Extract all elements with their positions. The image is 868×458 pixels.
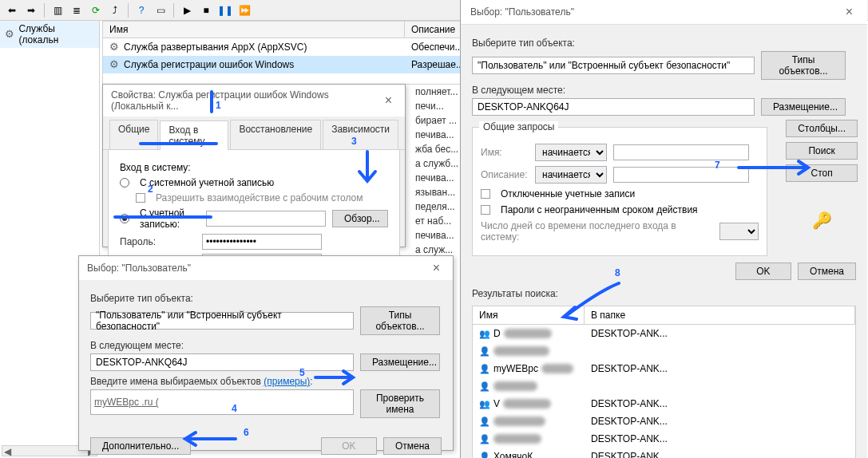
location-box: DESKTOP-ANKQ64J bbox=[90, 353, 354, 371]
object-type-box: "Пользователь" или "Встроенный субъект б… bbox=[90, 312, 354, 330]
nonexpiring-pw-label: Пароли с неограниченным сроком действия bbox=[501, 204, 698, 215]
checkbox-disabled-accounts[interactable] bbox=[481, 189, 490, 199]
close-icon[interactable]: × bbox=[428, 261, 445, 275]
dialog-title: Выбор: "Пользователь" bbox=[470, 6, 574, 18]
find-now-button[interactable]: Поиск bbox=[786, 142, 858, 160]
result-row[interactable]: DDESKTOP-ANK... bbox=[473, 325, 855, 342]
help-icon[interactable]: ? bbox=[133, 2, 150, 19]
checkbox-nonexpiring-pw[interactable] bbox=[481, 205, 490, 215]
service-row[interactable]: Служба регистрации ошибок Windows Разреш… bbox=[103, 56, 461, 73]
object-type-label: Выберите тип объекта: bbox=[472, 38, 856, 49]
list-icon[interactable]: ≣ bbox=[68, 2, 85, 19]
services-list: Имя Описание Служба развертывания AppX (… bbox=[102, 21, 462, 85]
desc-fragments: полняет...печи... бирает ...печива... жб… bbox=[415, 85, 463, 257]
group-icon bbox=[479, 328, 490, 339]
col-desc[interactable]: Описание bbox=[405, 22, 461, 38]
radio-system-account[interactable] bbox=[120, 178, 129, 188]
panel-icon[interactable]: ▥ bbox=[49, 2, 66, 19]
disabled-accounts-label: Отключенные учетные записи bbox=[501, 188, 635, 199]
gear-icon bbox=[109, 41, 121, 53]
select-user-advanced-dialog: Выбор: "Пользователь" × Выберите тип объ… bbox=[460, 0, 867, 458]
cancel-button[interactable]: Отмена bbox=[798, 263, 856, 280]
dialog-title-bar: Выбор: "Пользователь" × bbox=[79, 256, 453, 280]
advanced-button[interactable]: Дополнительно... bbox=[90, 437, 191, 455]
object-types-button[interactable]: Типы объектов... bbox=[761, 51, 846, 80]
service-properties-dialog: Свойства: Служба регистрации ошибок Wind… bbox=[102, 84, 406, 247]
tab-dependencies[interactable]: Зависимости bbox=[323, 120, 398, 149]
close-icon[interactable]: × bbox=[841, 5, 858, 19]
columns-button[interactable]: Столбцы... bbox=[786, 120, 858, 137]
object-types-button[interactable]: Типы объектов... bbox=[360, 306, 440, 335]
dialog-title: Выбор: "Пользователь" bbox=[87, 263, 191, 274]
service-name: Служба регистрации ошибок Windows bbox=[124, 59, 294, 70]
props-icon[interactable]: ▭ bbox=[152, 2, 169, 19]
object-type-label: Выберите тип объекта: bbox=[90, 293, 442, 304]
stop-button[interactable]: Стоп bbox=[786, 164, 858, 182]
check-names-button[interactable]: Проверить имена bbox=[360, 389, 440, 418]
dialog-title: Свойства: Служба регистрации ошибок Wind… bbox=[111, 89, 380, 112]
tab-general[interactable]: Общие bbox=[109, 120, 158, 149]
object-type-box: "Пользователь" или "Встроенный субъект б… bbox=[472, 57, 755, 74]
checkbox-allow-interact[interactable] bbox=[136, 193, 145, 203]
password-input[interactable] bbox=[202, 234, 322, 250]
result-row[interactable] bbox=[473, 377, 855, 395]
result-row[interactable]: DESKTOP-ANK... bbox=[473, 413, 855, 430]
result-row[interactable]: VDESKTOP-ANK... bbox=[473, 395, 855, 413]
desc-match-select[interactable]: начинается с bbox=[535, 166, 607, 184]
ok-button[interactable]: OK bbox=[735, 263, 791, 280]
examples-link[interactable]: (примеры) bbox=[264, 376, 310, 387]
system-account-label: С системной учетной записью bbox=[140, 177, 274, 188]
common-queries-label: Общие запросы bbox=[479, 121, 558, 132]
result-row[interactable]: myWEBpcDESKTOP-ANK... bbox=[473, 360, 855, 377]
stop-icon[interactable]: ■ bbox=[197, 2, 215, 19]
object-names-input[interactable] bbox=[90, 389, 354, 415]
refresh-icon[interactable]: ⟳ bbox=[87, 2, 105, 19]
gear-icon bbox=[5, 29, 15, 40]
logon-label: Вход в систему: bbox=[120, 162, 191, 173]
radio-this-account[interactable] bbox=[120, 214, 129, 223]
password-label: Пароль: bbox=[120, 236, 196, 247]
tab-recovery[interactable]: Восстановление bbox=[230, 120, 321, 149]
desc-filter-input[interactable] bbox=[613, 167, 749, 183]
locations-button[interactable]: Размещение... bbox=[761, 98, 846, 116]
service-row[interactable]: Служба развертывания AppX (AppXSVC) Обес… bbox=[103, 38, 461, 56]
user-icon bbox=[479, 416, 490, 427]
search-results: Имя В папке DDESKTOP-ANK... myWEBpcDESKT… bbox=[472, 306, 856, 458]
back-icon[interactable]: ⬅ bbox=[3, 2, 21, 19]
allow-interact-label: Разрешить взаимодействие с рабочим столо… bbox=[156, 192, 363, 203]
dialog-title-bar: Выбор: "Пользователь" × bbox=[461, 0, 867, 25]
pause-icon[interactable]: ❚❚ bbox=[216, 2, 234, 19]
result-row[interactable] bbox=[473, 342, 855, 360]
tab-logon[interactable]: Вход в систему bbox=[160, 120, 228, 150]
user-icon bbox=[479, 345, 490, 357]
col-name[interactable]: Имя bbox=[103, 22, 405, 38]
tree-root[interactable]: Службы (локальн bbox=[0, 21, 99, 48]
browse-button[interactable]: Обзор... bbox=[332, 210, 388, 227]
export-icon[interactable]: ⤴ bbox=[106, 2, 124, 19]
tab-strip: Общие Вход в систему Восстановление Зави… bbox=[103, 116, 405, 150]
start-icon[interactable]: ▶ bbox=[178, 2, 196, 19]
name-filter-input[interactable] bbox=[613, 144, 749, 160]
restart-icon[interactable]: ⏩ bbox=[236, 2, 253, 19]
days-since-logon-label: Число дней со времени последнего входа в… bbox=[481, 220, 713, 243]
result-row[interactable]: ХомячоКDESKTOP-ANK... bbox=[473, 448, 855, 458]
results-col-folder[interactable]: В папке bbox=[585, 306, 855, 324]
service-name: Служба развертывания AppX (AppXSVC) bbox=[124, 41, 307, 53]
locations-button[interactable]: Размещение... bbox=[360, 353, 440, 371]
results-col-name[interactable]: Имя bbox=[473, 306, 585, 324]
forward-icon[interactable]: ➡ bbox=[22, 2, 40, 19]
result-row[interactable]: DESKTOP-ANK... bbox=[473, 430, 855, 448]
name-match-select[interactable]: начинается с bbox=[535, 144, 607, 161]
key-icon bbox=[809, 211, 834, 230]
days-select[interactable] bbox=[719, 223, 759, 240]
user-icon bbox=[479, 451, 490, 458]
services-header: Имя Описание bbox=[103, 22, 461, 38]
select-user-dialog: Выбор: "Пользователь" × Выберите тип объ… bbox=[78, 255, 454, 451]
user-icon bbox=[479, 363, 490, 374]
close-icon[interactable]: × bbox=[380, 93, 397, 108]
service-desc: Разрешае... bbox=[405, 57, 461, 72]
account-input[interactable] bbox=[206, 211, 326, 227]
enter-names-label: Введите имена выбираемых объектов (приме… bbox=[90, 376, 442, 387]
ok-button[interactable]: OK bbox=[321, 437, 377, 455]
cancel-button[interactable]: Отмена bbox=[383, 437, 442, 455]
